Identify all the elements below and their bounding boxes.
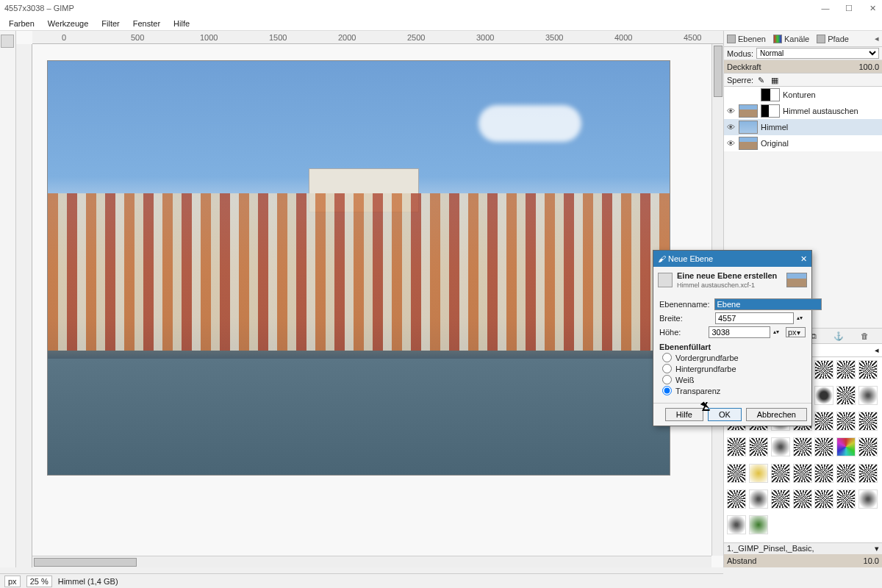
brush-item[interactable] — [836, 490, 856, 509]
brush-item[interactable] — [858, 386, 878, 405]
brush-item[interactable] — [858, 360, 878, 379]
tool-icon[interactable] — [1, 35, 14, 48]
fill-section-label: Ebenenfüllart — [659, 343, 806, 351]
zoom-select[interactable]: 25 % — [26, 576, 52, 587]
brush-item[interactable] — [749, 490, 768, 509]
menu-hilfe[interactable]: Hilfe — [168, 18, 196, 29]
lock-alpha-icon[interactable]: ▦ — [771, 76, 780, 85]
brush-item[interactable] — [814, 464, 833, 483]
ok-button[interactable]: OK — [708, 408, 742, 421]
menu-farben[interactable]: Farben — [3, 18, 40, 29]
brush-item[interactable] — [727, 437, 746, 456]
anchor-layer-icon[interactable]: ⚓ — [833, 331, 844, 341]
layer-mask[interactable] — [761, 104, 780, 118]
brush-item[interactable] — [858, 412, 878, 431]
channels-icon — [773, 35, 782, 43]
mode-select[interactable]: Normal — [756, 48, 879, 59]
close-button[interactable]: ✕ — [867, 4, 878, 13]
delete-layer-icon[interactable]: 🗑 — [861, 331, 869, 340]
menu-filter[interactable]: Filter — [96, 18, 125, 29]
scrollbar-thumb[interactable] — [714, 46, 723, 97]
layer-row[interactable]: 👁 Himmel — [724, 119, 882, 135]
layer-thumbnail[interactable] — [739, 121, 758, 134]
fill-option-foreground[interactable]: Vordergrundfarbe — [662, 353, 806, 362]
brush-item[interactable] — [814, 437, 833, 456]
layer-name-input[interactable] — [714, 298, 822, 310]
maximize-button[interactable]: ☐ — [844, 4, 854, 13]
brush-item[interactable] — [814, 490, 833, 509]
fill-option-transparency[interactable]: Transparenz — [662, 386, 806, 395]
scrollbar-thumb[interactable] — [34, 558, 137, 567]
layer-row[interactable]: 👁 Original — [724, 135, 882, 151]
layer-name[interactable]: Himmel — [761, 123, 788, 132]
dialog-subheading: Himmel austauschen.xcf-1 — [677, 282, 755, 289]
brush-item[interactable] — [836, 437, 856, 456]
brush-item[interactable] — [836, 412, 856, 431]
height-input[interactable] — [709, 326, 770, 338]
dialog-close-icon[interactable]: ✕ — [800, 254, 807, 264]
brush-item[interactable] — [836, 464, 856, 483]
brush-spacing-value[interactable]: 10.0 — [864, 556, 879, 565]
brush-item[interactable] — [858, 437, 878, 456]
unit-select[interactable]: px▾ — [786, 327, 806, 337]
brush-item[interactable] — [749, 437, 768, 456]
lock-label: Sperre: — [727, 76, 753, 85]
minimize-button[interactable]: — — [820, 4, 831, 13]
width-spinner[interactable]: ▴▾ — [797, 316, 806, 320]
help-button[interactable]: Hilfe — [665, 408, 703, 421]
layer-name[interactable]: Original — [761, 139, 789, 148]
tab-layers[interactable]: Ebenen — [727, 35, 766, 43]
scrollbar-horizontal[interactable] — [32, 556, 711, 567]
unit-select[interactable]: px — [4, 576, 21, 587]
layer-thumbnail[interactable] — [739, 104, 758, 118]
canvas-image[interactable] — [47, 60, 670, 476]
brush-item[interactable] — [727, 464, 746, 483]
lock-pixels-icon[interactable]: ✎ — [758, 76, 767, 85]
visibility-toggle[interactable]: 👁 — [727, 139, 736, 148]
layers-list: Konturen 👁 Himmel austauschen 👁 Himmel 👁… — [724, 87, 882, 151]
visibility-toggle[interactable]: 👁 — [727, 123, 736, 132]
new-layer-dialog: 🖌 Neue Ebene ✕ Eine neue Ebene erstellen… — [653, 250, 812, 426]
brush-menu-icon[interactable]: ◂ — [875, 345, 879, 355]
menu-werkzeuge[interactable]: Werkzeuge — [42, 18, 94, 29]
brush-item[interactable] — [771, 437, 790, 456]
brush-item[interactable] — [836, 386, 856, 405]
brush-item[interactable] — [836, 360, 856, 379]
brush-item[interactable] — [771, 490, 790, 509]
tab-paths[interactable]: Pfade — [817, 35, 849, 43]
layer-thumbnail[interactable] — [761, 88, 780, 101]
layer-name[interactable]: Himmel austauschen — [783, 107, 858, 115]
brush-item[interactable] — [793, 490, 812, 509]
width-label: Breite: — [659, 314, 711, 323]
cancel-button[interactable]: Abbrechen — [746, 408, 807, 421]
tab-channels[interactable]: Kanäle — [773, 35, 809, 43]
brush-item[interactable] — [771, 464, 790, 483]
brush-dropdown-icon[interactable]: ▾ — [875, 544, 879, 553]
brush-item[interactable] — [858, 464, 878, 483]
layer-thumbnail[interactable] — [739, 137, 758, 150]
dialog-titlebar[interactable]: 🖌 Neue Ebene ✕ — [653, 251, 811, 267]
height-spinner[interactable]: ▴▾ — [773, 330, 781, 334]
width-input[interactable] — [715, 312, 794, 324]
brush-item[interactable] — [749, 464, 768, 483]
menu-fenster[interactable]: Fenster — [127, 18, 166, 29]
visibility-toggle[interactable]: 👁 — [727, 107, 736, 115]
layer-name[interactable]: Konturen — [783, 90, 816, 99]
opacity-value[interactable]: 100.0 — [858, 62, 879, 71]
brush-item[interactable] — [814, 412, 833, 431]
layer-row[interactable]: 👁 Himmel austauschen — [724, 103, 882, 119]
fill-option-background[interactable]: Hintergrundfarbe — [662, 364, 806, 373]
brush-item[interactable] — [793, 437, 812, 456]
brush-item[interactable] — [727, 490, 746, 509]
name-label: Ebenenname: — [659, 300, 710, 309]
dialog-title: Neue Ebene — [668, 254, 713, 263]
brush-item[interactable] — [858, 490, 878, 509]
brush-item[interactable] — [749, 515, 768, 534]
brush-item[interactable] — [814, 360, 833, 379]
brush-item[interactable] — [793, 464, 812, 483]
fill-option-white[interactable]: Weiß — [662, 375, 806, 384]
dock-menu-icon[interactable]: ◂ — [875, 34, 879, 43]
brush-item[interactable] — [727, 515, 746, 534]
layer-row[interactable]: Konturen — [724, 87, 882, 103]
brush-item[interactable] — [814, 386, 833, 405]
